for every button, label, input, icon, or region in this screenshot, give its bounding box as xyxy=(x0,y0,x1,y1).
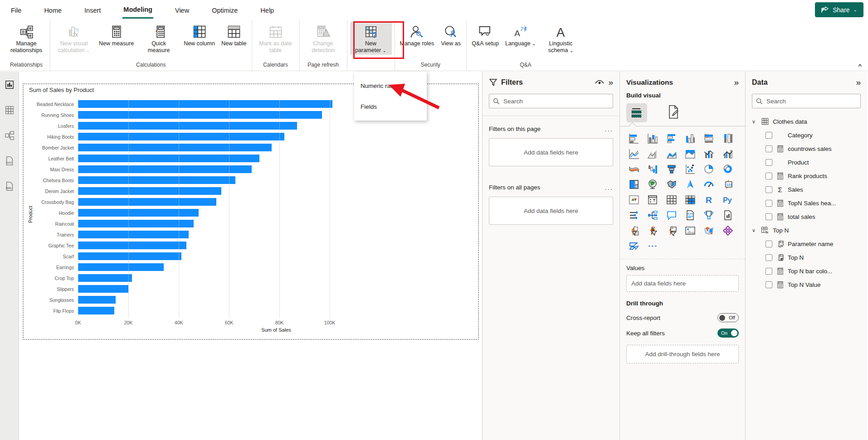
filled-map-icon[interactable] xyxy=(664,178,679,191)
tab-format-visual[interactable] xyxy=(667,105,681,121)
bar-graphic-tee[interactable] xyxy=(78,242,186,249)
sidebar-report-view-icon[interactable] xyxy=(4,79,15,91)
100-stacked-bar-chart-icon[interactable] xyxy=(701,132,717,145)
field-checkbox[interactable] xyxy=(766,145,772,152)
ribbon-button-view-as[interactable]: View as xyxy=(438,22,463,48)
ribbon-button-q-a-setup[interactable]: Q&A setup xyxy=(469,22,501,48)
arcgis-map-icon[interactable] xyxy=(701,224,717,237)
custom-visual-icon[interactable] xyxy=(720,224,736,237)
python-visual-icon[interactable]: Py xyxy=(720,193,736,206)
smart-narrative-icon[interactable] xyxy=(683,209,698,222)
treemap-icon[interactable] xyxy=(626,178,642,191)
field-checkbox[interactable] xyxy=(766,213,772,220)
tab-build-visual[interactable] xyxy=(626,103,647,122)
waterfall-chart-icon[interactable] xyxy=(645,163,660,175)
more-options-icon[interactable]: ... xyxy=(605,184,613,191)
pie-chart-icon[interactable] xyxy=(701,163,717,175)
bar-crossbody-bag[interactable] xyxy=(78,198,216,206)
kpi-icon[interactable] xyxy=(626,193,642,206)
menu-tab-home[interactable]: Home xyxy=(43,2,63,18)
cross-report-toggle[interactable]: Off xyxy=(717,313,739,322)
field-checkbox[interactable] xyxy=(766,254,772,261)
field-checkbox[interactable] xyxy=(766,186,772,193)
bar-slippers[interactable] xyxy=(78,285,128,293)
menu-tab-insert[interactable]: Insert xyxy=(83,2,102,18)
field-row-topn-sales-hea-[interactable]: TopN Sales hea... xyxy=(752,196,861,210)
app-visual-2-icon[interactable] xyxy=(664,224,679,237)
bar-raincoat[interactable] xyxy=(78,220,194,227)
bar-beaded-necklace[interactable] xyxy=(78,100,332,108)
power-apps-icon[interactable] xyxy=(626,224,642,237)
filter-field-well[interactable]: Add data fields here xyxy=(489,138,613,166)
bar-hoodie[interactable] xyxy=(78,209,199,217)
card-icon[interactable]: 123 xyxy=(720,178,736,191)
sidebar-tmdl-view-icon[interactable]: TMDL xyxy=(4,180,15,192)
key-influencers-icon[interactable] xyxy=(626,209,642,222)
donut-chart-icon[interactable] xyxy=(720,163,736,175)
filters-search-input[interactable] xyxy=(503,98,609,105)
gauge-icon[interactable] xyxy=(701,178,717,191)
sidebar-dax-query-view-icon[interactable]: DAX xyxy=(4,155,15,167)
field-row-top-n[interactable]: ?Top N xyxy=(752,251,861,264)
values-field-well[interactable]: Add data fields here xyxy=(626,275,739,292)
table-row-top-n[interactable]: ∨fxTop N xyxy=(752,223,861,237)
power-automate-icon[interactable] xyxy=(626,240,642,252)
menu-item-fields[interactable]: Fields xyxy=(354,96,427,117)
menu-tab-view[interactable]: View xyxy=(174,2,190,18)
qa-visual-icon[interactable] xyxy=(664,209,679,222)
decomposition-tree-icon[interactable] xyxy=(645,209,660,222)
ribbon-button-linguistic-schema[interactable]: ALinguistic schema ⌄ xyxy=(540,22,582,55)
collapse-pane-icon[interactable]: » xyxy=(856,78,861,87)
field-row-countrows-sales[interactable]: countrows sales xyxy=(752,142,861,155)
stacked-bar-chart-icon[interactable] xyxy=(626,132,642,145)
scatter-chart-icon[interactable] xyxy=(683,163,698,175)
table-row-clothes-data[interactable]: ∨Clothes data xyxy=(752,115,861,128)
ribbon-button-new-column[interactable]: New column xyxy=(181,22,217,48)
line-and-clustered-column-chart-icon[interactable] xyxy=(720,147,736,160)
expand-chevron-icon[interactable]: ∨ xyxy=(752,119,757,125)
filter-field-well[interactable]: Add data fields here xyxy=(489,197,613,225)
bar-chart-visual[interactable]: Sum of Sales by Product Beaded NecklaceR… xyxy=(23,83,479,340)
line-and-stacked-column-chart-icon[interactable] xyxy=(701,147,717,160)
share-button[interactable]: Share ⌄ xyxy=(815,2,863,17)
bar-trainers[interactable] xyxy=(78,231,189,238)
field-row-total-sales[interactable]: total sales xyxy=(752,210,861,223)
field-row-top-n-value[interactable]: Top N Value xyxy=(752,278,861,291)
sidebar-model-view-icon[interactable] xyxy=(4,130,15,141)
collapse-pane-icon[interactable]: » xyxy=(608,78,613,87)
metrics-icon[interactable] xyxy=(701,209,717,222)
field-checkbox[interactable] xyxy=(766,241,772,247)
funnel-chart-icon[interactable] xyxy=(664,163,679,175)
field-checkbox[interactable] xyxy=(766,159,772,166)
ribbon-button-new-parameter[interactable]: ?New parameter ⌄ xyxy=(350,22,392,55)
field-row-rank-products[interactable]: Rank products xyxy=(752,169,861,183)
bar-flip-flops[interactable] xyxy=(78,307,114,314)
table-icon[interactable] xyxy=(664,193,679,206)
map-icon[interactable] xyxy=(645,178,660,191)
data-search-input[interactable] xyxy=(766,98,857,105)
bar-chelsea-boots[interactable] xyxy=(78,176,235,184)
bar-leather-belt[interactable] xyxy=(78,155,259,162)
ribbon-button-quick-measure[interactable]: Quick measure xyxy=(138,22,180,54)
field-row-top-n-bar-colo-[interactable]: Top N bar colo... xyxy=(752,264,861,278)
paginated-report-icon[interactable] xyxy=(720,209,736,222)
bar-sunglasses[interactable] xyxy=(78,296,116,304)
ribbon-button-new-measure[interactable]: New measure xyxy=(97,22,136,48)
field-row-category[interactable]: Category xyxy=(752,128,861,142)
clustered-column-chart-icon[interactable] xyxy=(683,132,698,145)
more-options-icon[interactable]: ... xyxy=(605,125,613,133)
field-checkbox[interactable] xyxy=(766,268,772,275)
ribbon-button-new-table[interactable]: New table xyxy=(219,22,249,48)
filters-search-box[interactable] xyxy=(489,94,613,108)
field-row-parameter-name[interactable]: fxParameter name xyxy=(752,237,861,251)
line-chart-icon[interactable] xyxy=(626,147,642,160)
drill-through-field-well[interactable]: Add drill-through fields here xyxy=(626,345,739,363)
100-stacked-column-chart-icon[interactable] xyxy=(720,132,736,145)
menu-tab-optimize[interactable]: Optimize xyxy=(211,2,239,18)
field-checkbox[interactable] xyxy=(766,173,772,179)
bar-running-shoes[interactable] xyxy=(78,111,322,119)
collapse-pane-icon[interactable]: » xyxy=(734,78,739,87)
eye-icon[interactable] xyxy=(595,79,605,86)
menu-tab-file[interactable]: File xyxy=(10,2,22,18)
field-row-product[interactable]: Product xyxy=(752,155,861,169)
